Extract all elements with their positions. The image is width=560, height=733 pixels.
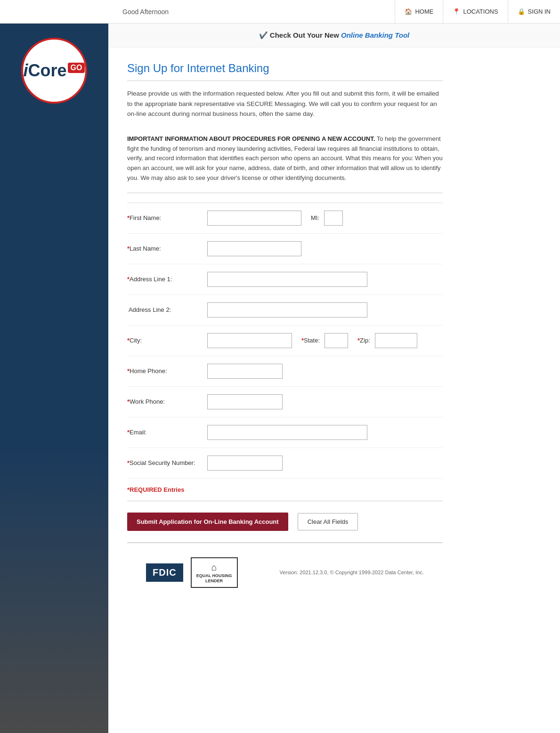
- main-content: ✔️ Check Out Your New Online Banking Too…: [108, 24, 560, 733]
- last-name-input[interactable]: [207, 241, 301, 256]
- logo-core: Core: [28, 61, 67, 81]
- ssn-input[interactable]: [207, 456, 283, 471]
- logo-circle: i Core GO: [21, 38, 87, 104]
- address1-row: *Address Line 1:: [127, 264, 443, 295]
- first-name-row: *First Name: MI:: [127, 203, 443, 234]
- home-nav[interactable]: 🏠 HOME: [395, 0, 443, 23]
- promo-highlight: Online Banking Tool: [341, 31, 409, 39]
- email-input[interactable]: [207, 425, 367, 440]
- required-star: *: [127, 214, 130, 221]
- last-name-row: *Last Name:: [127, 234, 443, 264]
- sidebar-logo: i Core GO: [0, 24, 108, 118]
- form-area: Sign Up for Internet Banking Please prov…: [108, 48, 462, 616]
- required-star-7: *: [127, 429, 130, 436]
- address2-label: Address Line 2:: [127, 306, 203, 313]
- logo-inner: i Core GO: [24, 61, 85, 81]
- email-row: *Email:: [127, 417, 443, 448]
- home-label: HOME: [415, 8, 433, 15]
- logo-i: i: [24, 61, 28, 81]
- city-state-zip-row: *City: *State: *Zip:: [127, 326, 443, 356]
- city-label: *City:: [127, 337, 203, 344]
- locations-label: LOCATIONS: [463, 8, 498, 15]
- home-phone-label: *Home Phone:: [127, 367, 203, 375]
- work-phone-label: *Work Phone:: [127, 398, 203, 405]
- state-label: *State:: [301, 337, 320, 344]
- promo-banner: ✔️ Check Out Your New Online Banking Too…: [108, 24, 560, 48]
- equal-housing-line1: EQUAL HOUSING: [196, 573, 232, 579]
- required-star-3: *: [127, 276, 130, 283]
- zip-label: *Zip:: [357, 337, 370, 344]
- important-info: IMPORTANT INFORMATION ABOUT PROCEDURES F…: [127, 134, 443, 193]
- zip-input[interactable]: [375, 333, 417, 348]
- header: Good Afternoon 🏠 HOME 📍 LOCATIONS 🔒 SIGN…: [0, 0, 560, 24]
- address2-row: Address Line 2:: [127, 295, 443, 326]
- locations-nav[interactable]: 📍 LOCATIONS: [443, 0, 507, 23]
- footer: FDIC ⌂ EQUAL HOUSING LENDER Version: 202…: [127, 543, 443, 602]
- button-row: Submit Application for On-Line Banking A…: [127, 501, 443, 543]
- sidebar: i Core GO: [0, 24, 108, 733]
- description: Please provide us with the information r…: [127, 89, 443, 127]
- ssn-label: *Social Security Number:: [127, 459, 203, 466]
- required-star-6: *: [127, 398, 130, 405]
- footer-version: Version: 2021.12.3.0, © Copyright 1999-2…: [279, 570, 424, 575]
- email-label: *Email:: [127, 429, 203, 436]
- address1-input[interactable]: [207, 272, 367, 287]
- state-input[interactable]: [325, 333, 348, 348]
- page-title: Sign Up for Internet Banking: [127, 62, 443, 81]
- location-icon: 📍: [453, 8, 460, 15]
- equal-housing-badge: ⌂ EQUAL HOUSING LENDER: [191, 557, 238, 588]
- work-phone-row: *Work Phone:: [127, 387, 443, 417]
- city-input[interactable]: [207, 333, 292, 348]
- house-icon: ⌂: [196, 561, 232, 573]
- mi-label: MI:: [311, 214, 319, 221]
- address1-label: *Address Line 1:: [127, 276, 203, 283]
- home-phone-input[interactable]: [207, 364, 283, 379]
- last-name-label: *Last Name:: [127, 245, 203, 252]
- mi-input[interactable]: [324, 211, 343, 226]
- page-title-highlight: Internet Banking: [187, 62, 269, 74]
- footer-logos: FDIC ⌂ EQUAL HOUSING LENDER: [146, 557, 238, 588]
- logo-go: GO: [68, 63, 85, 73]
- home-icon: 🏠: [405, 8, 412, 15]
- equal-housing-line2: LENDER: [196, 578, 232, 584]
- lock-icon: 🔒: [518, 8, 525, 15]
- first-name-label: *First Name:: [127, 214, 203, 221]
- submit-button[interactable]: Submit Application for On-Line Banking A…: [127, 513, 288, 531]
- home-phone-row: *Home Phone:: [127, 356, 443, 387]
- page-title-start: Sign Up for: [127, 62, 187, 74]
- work-phone-input[interactable]: [207, 394, 283, 409]
- required-star-2: *: [127, 245, 130, 252]
- ssn-row: *Social Security Number:: [127, 448, 443, 479]
- checkmark-icon: ✔️: [259, 31, 268, 39]
- required-note: *REQUIRED Entries: [127, 479, 443, 501]
- greeting: Good Afternoon: [122, 8, 395, 16]
- layout: i Core GO ✔️ Check Out Your New Online B…: [0, 24, 560, 733]
- address2-input[interactable]: [207, 302, 367, 318]
- clear-button[interactable]: Clear All Fields: [298, 513, 358, 530]
- promo-text: Check Out Your New: [270, 31, 341, 39]
- form-section: *First Name: MI: *Last Name: *Add: [127, 203, 443, 479]
- first-name-input[interactable]: [207, 211, 301, 226]
- header-nav: 🏠 HOME 📍 LOCATIONS 🔒 SIGN IN: [395, 0, 560, 23]
- signin-label: SIGN IN: [528, 8, 551, 15]
- required-star-4: *: [127, 337, 130, 344]
- required-star-5: *: [127, 367, 130, 375]
- fdic-badge: FDIC: [146, 563, 183, 582]
- important-bold: IMPORTANT INFORMATION ABOUT PROCEDURES F…: [127, 135, 375, 142]
- required-star-8: *: [127, 459, 130, 466]
- signin-nav[interactable]: 🔒 SIGN IN: [508, 0, 560, 23]
